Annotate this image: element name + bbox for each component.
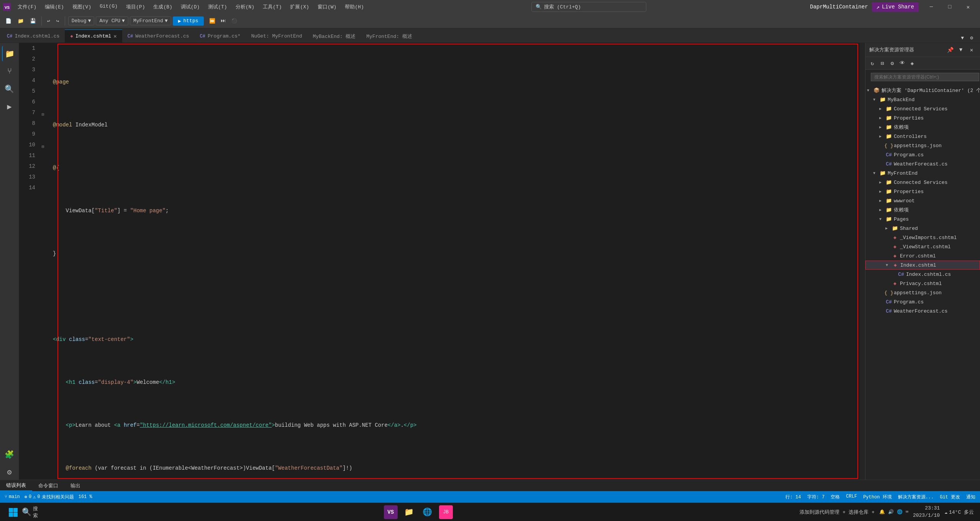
system-clock[interactable]: 23:31 2023/1/10	[913, 505, 940, 519]
tab-close-1[interactable]: ✕	[113, 33, 116, 39]
sidebar-git[interactable]: ⑂	[2, 64, 17, 79]
project-dropdown[interactable]: MyFrontEnd ▼	[130, 16, 171, 25]
se-collapse-button[interactable]: ⊟	[878, 59, 887, 68]
tree-pages-viewstart[interactable]: ◈ _ViewStart.cshtml	[865, 242, 980, 251]
tree-mybackend-appsettings[interactable]: { } appsettings.json	[865, 141, 980, 150]
bottom-tab-errors[interactable]: 错误列表	[0, 480, 32, 491]
tree-mybackend[interactable]: ▼ 📁 MyBackEnd	[865, 95, 980, 104]
vertical-scrollbar[interactable]	[860, 43, 865, 480]
menu-tools[interactable]: 工具(T)	[259, 2, 285, 12]
tree-pages-index-cs[interactable]: C# Index.cshtml.cs	[865, 270, 980, 279]
bottom-tab-output[interactable]: 输出	[64, 480, 87, 491]
tree-mybackend-properties[interactable]: ▶ 📁 Properties	[865, 113, 980, 123]
global-search-box[interactable]: 🔍 搜索 (Ctrl+Q)	[531, 2, 646, 12]
taskbar-explorer-icon[interactable]: 📁	[402, 505, 416, 519]
tree-fe-weather[interactable]: C# WeatherForecast.cs	[865, 306, 980, 316]
panel-pin-button[interactable]: 📌	[946, 45, 955, 54]
toolbar-redo[interactable]: ↪	[54, 16, 62, 26]
cpu-dropdown[interactable]: Any CPU ▼	[96, 16, 128, 25]
tree-solution[interactable]: ▼ 📦 解决方案 'DaprMultiContainer' (2 个项目,	[865, 86, 980, 95]
taskbar-edge-icon[interactable]: 🌐	[421, 505, 434, 519]
tree-mybackend-weather[interactable]: C# WeatherForecast.cs	[865, 159, 980, 169]
select-repo-label[interactable]: 选择仓库 +	[849, 509, 875, 516]
se-show-all-button[interactable]: ◈	[908, 59, 917, 68]
se-search-input[interactable]	[871, 73, 979, 81]
add-to-source-label[interactable]: 添加到源代码管理 +	[800, 509, 846, 516]
toolbar-save[interactable]: 💾	[28, 16, 38, 26]
live-share-button[interactable]: ↗ Live Share	[872, 2, 919, 12]
fold-icon-10[interactable]: ⊟	[42, 144, 44, 149]
taskbar-search[interactable]: 🔍 搜索	[23, 505, 37, 519]
status-git-branch[interactable]: ⑂ main	[5, 494, 20, 500]
taskbar-vs-icon[interactable]: VS	[384, 505, 398, 519]
toolbar-new[interactable]: 📄	[3, 16, 14, 26]
sidebar-explorer[interactable]: 📁	[2, 46, 17, 61]
menu-window[interactable]: 窗口(W)	[314, 2, 340, 12]
bottom-tab-cmd[interactable]: 命令窗口	[32, 480, 64, 491]
menu-build[interactable]: 生成(B)	[149, 2, 176, 12]
tab-program[interactable]: C# Program.cs*	[195, 29, 246, 43]
toolbar-step-over[interactable]: ⏩	[207, 16, 218, 26]
maximize-button[interactable]: □	[941, 0, 959, 14]
menu-edit[interactable]: 编辑(E)	[41, 2, 67, 12]
sidebar-search[interactable]: 🔍	[2, 81, 17, 97]
tree-pages-shared[interactable]: ▶ 📁 Shared	[865, 224, 980, 233]
se-filter-button[interactable]: ⚙	[888, 59, 897, 68]
tree-pages-viewimports[interactable]: ◈ _ViewImports.cshtml	[865, 233, 980, 242]
menu-project[interactable]: 项目(P)	[122, 2, 149, 12]
menu-debug[interactable]: 调试(D)	[177, 2, 203, 12]
tab-index-cshtml[interactable]: ◈ Index.cshtml ✕	[65, 29, 122, 43]
tree-myfrontend-pages[interactable]: ▼ 📁 Pages	[865, 215, 980, 224]
se-preview-button[interactable]: 👁	[898, 59, 907, 68]
menu-file[interactable]: 文件(F)	[14, 2, 40, 12]
tree-myfrontend-deps[interactable]: ▶ 📁 依赖项	[865, 205, 980, 215]
toolbar-step-into[interactable]: ⏭	[218, 16, 228, 25]
tree-mybackend-connected[interactable]: ▶ 📁 Connected Services	[865, 104, 980, 113]
status-zoom[interactable]: 161 %	[79, 494, 92, 500]
debug-dropdown[interactable]: Debug ▼	[68, 16, 95, 25]
panel-menu-button[interactable]: ▼	[956, 45, 965, 54]
tree-mybackend-controllers[interactable]: ▶ 📁 Controllers	[865, 132, 980, 141]
code-editor[interactable]: 1 2 3 4 5 6 7 8 9 10 11 12 13 14	[19, 43, 865, 480]
tab-nuget[interactable]: NuGet: MyFrontEnd	[246, 29, 308, 43]
tree-pages-index[interactable]: ▼ ◈ Index.cshtml	[865, 260, 980, 270]
run-button[interactable]: ▶ https	[173, 16, 204, 26]
toolbar-open[interactable]: 📁	[15, 16, 26, 26]
tree-mybackend-deps[interactable]: ▶ 📁 依赖项	[865, 123, 980, 132]
tree-myfrontend-connected[interactable]: ▶ 📁 Connected Services	[865, 178, 980, 187]
taskbar-jetbrains-icon[interactable]: JB	[439, 505, 453, 519]
sidebar-run[interactable]: ▶	[2, 99, 17, 114]
tab-mybackend[interactable]: MyBackEnd: 概述	[307, 29, 361, 43]
tab-index-cs[interactable]: C# Index.cshtml.cs	[2, 29, 65, 43]
menu-test[interactable]: 测试(T)	[204, 2, 231, 12]
start-button[interactable]	[6, 505, 20, 519]
tab-myfrontend[interactable]: MyFrontEnd: 概述	[361, 29, 418, 43]
se-refresh-button[interactable]: ↻	[868, 59, 877, 68]
menu-extensions[interactable]: 扩展(X)	[286, 2, 313, 12]
tab-weather[interactable]: C# WeatherForecast.cs	[122, 29, 195, 43]
close-button[interactable]: ✕	[959, 0, 977, 14]
tree-myfrontend-wwwroot[interactable]: ▶ 📁 wwwroot	[865, 196, 980, 205]
tree-myfrontend[interactable]: ▼ 📁 MyFrontEnd	[865, 169, 980, 178]
fold-icon-7[interactable]: ⊟	[42, 112, 44, 117]
menu-git[interactable]: Git(G)	[96, 2, 121, 12]
menu-analyze[interactable]: 分析(N)	[232, 2, 258, 12]
tree-fe-appsettings[interactable]: { } appsettings.json	[865, 288, 980, 297]
tree-mybackend-program[interactable]: C# Program.cs	[865, 150, 980, 159]
minimize-button[interactable]: ─	[923, 0, 940, 14]
sidebar-extensions[interactable]: 🧩	[2, 447, 17, 462]
sidebar-settings[interactable]: ⚙	[2, 464, 17, 480]
tree-myfrontend-properties[interactable]: ▶ 📁 Properties	[865, 187, 980, 196]
tree-pages-privacy[interactable]: ◈ Privacy.cshtml	[865, 279, 980, 288]
panel-close-button[interactable]: ✕	[967, 45, 976, 54]
status-issues[interactable]: ⊗ 0 ⚠ 0 未找到相关问题	[25, 494, 74, 500]
tab-list-button[interactable]: ▼	[959, 34, 966, 43]
tree-pages-error[interactable]: ◈ Error.cshtml	[865, 251, 980, 260]
tree-fe-program[interactable]: C# Program.cs	[865, 297, 980, 306]
tab-settings-button[interactable]: ⚙	[968, 33, 975, 43]
toolbar-breakpoints[interactable]: ⚫	[229, 16, 239, 26]
menu-help[interactable]: 帮助(H)	[341, 2, 367, 12]
toolbar-undo[interactable]: ↩	[45, 16, 52, 26]
menu-view[interactable]: 视图(V)	[69, 2, 95, 12]
code-content[interactable]: @page @model IndexModel @{ ViewData["Tit…	[48, 43, 860, 480]
